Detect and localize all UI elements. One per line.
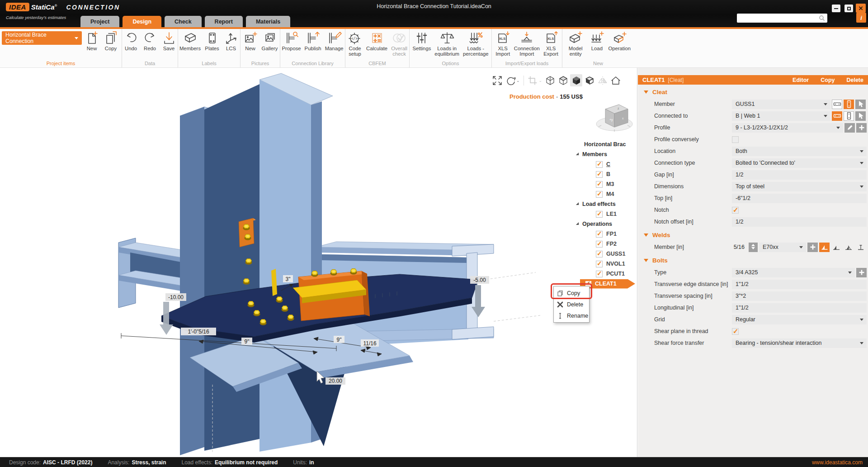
search-input[interactable] xyxy=(737,14,818,22)
tab-design[interactable]: Design xyxy=(123,16,161,27)
solid-view-button[interactable] xyxy=(570,74,582,86)
xls-import-button[interactable]: XLS XLS Import xyxy=(494,30,512,57)
load-button[interactable]: Load xyxy=(588,30,606,51)
editor-button[interactable]: Editor xyxy=(793,77,809,83)
settings-button[interactable]: Settings xyxy=(411,30,433,51)
section-welds[interactable]: Welds xyxy=(638,228,868,241)
operation-button[interactable]: Operation xyxy=(607,30,632,51)
checkbox-unchecked[interactable] xyxy=(732,136,739,143)
checkbox-checked[interactable] xyxy=(596,271,603,277)
context-menu-delete[interactable]: Delete xyxy=(554,299,589,310)
rotate-view-button[interactable] xyxy=(504,74,516,86)
checkbox-checked[interactable] xyxy=(596,161,603,168)
checkbox-checked[interactable] xyxy=(732,207,739,214)
checkbox-checked[interactable] xyxy=(596,171,603,178)
weld-type-bevel-icon[interactable] xyxy=(855,244,866,251)
home-view-button[interactable] xyxy=(609,74,622,86)
weld-size-value[interactable]: 5/16 xyxy=(732,244,747,250)
copy-project-item-button[interactable]: Copy xyxy=(102,30,120,51)
tree-item-m4[interactable]: M4 xyxy=(571,189,638,199)
grid-select[interactable]: Regular xyxy=(732,315,867,324)
gap-input[interactable]: 1/2 xyxy=(732,170,867,180)
transverse-spacing-input[interactable]: 3"*2 xyxy=(732,291,867,301)
section-bolts[interactable]: Bolts xyxy=(638,253,868,267)
connection-type-select[interactable]: Bolted to 'Connected to' xyxy=(732,158,867,168)
tree-item-fp1[interactable]: FP1 xyxy=(571,229,638,239)
calculate-button[interactable]: Calculate xyxy=(365,30,389,51)
gallery-button[interactable]: Gallery xyxy=(260,30,279,51)
tree-item-le1[interactable]: LE1 xyxy=(571,209,638,219)
checkbox-checked[interactable] xyxy=(596,251,603,257)
tree-group-load-effects[interactable]: Load effects xyxy=(571,199,638,209)
checkbox-checked[interactable] xyxy=(596,211,603,218)
manage-button[interactable]: Manage xyxy=(324,30,345,51)
tree-group-members[interactable]: Members xyxy=(571,149,638,159)
add-weld-button[interactable] xyxy=(807,243,818,252)
connection-import-button[interactable]: Connection Import xyxy=(513,30,541,57)
member-pick-button[interactable] xyxy=(855,100,866,109)
checkbox-checked[interactable] xyxy=(596,231,603,238)
checkbox-checked[interactable] xyxy=(596,241,603,248)
overall-check-button[interactable]: Overall check xyxy=(390,30,409,57)
shear-force-transfer-select[interactable]: Bearing - tension/shear interaction xyxy=(732,338,867,348)
add-profile-button[interactable] xyxy=(856,123,867,133)
add-bolt-type-button[interactable] xyxy=(856,268,867,277)
weld-type-fillet-icon[interactable] xyxy=(831,244,842,251)
top-input[interactable]: -6"1/2 xyxy=(732,194,867,203)
bolt-type-select[interactable]: 3/4 A325 xyxy=(732,268,855,277)
propose-button[interactable]: Propose xyxy=(281,30,302,51)
connected-pick-button[interactable] xyxy=(855,111,866,121)
tree-item-guss1[interactable]: GUSS1 xyxy=(571,249,638,259)
profile-select[interactable]: 9 - L3-1/2X3-1/2X1/2 xyxy=(732,123,843,133)
member-horizontal-plate-button[interactable] xyxy=(832,100,842,109)
checkbox-checked[interactable] xyxy=(596,181,603,188)
tree-item-m3[interactable]: M3 xyxy=(571,179,638,189)
tab-project[interactable]: Project xyxy=(80,16,119,27)
dimensions-select[interactable]: Top of steel xyxy=(732,182,867,191)
wireframe-view-button[interactable] xyxy=(544,74,556,86)
checkbox-checked[interactable] xyxy=(732,328,739,335)
weld-size-stepper[interactable] xyxy=(749,243,758,252)
website-link[interactable]: www.ideastatica.com xyxy=(812,459,863,466)
close-button[interactable]: ✕ xyxy=(856,4,866,13)
tree-item-nvol1[interactable]: NVOL1 xyxy=(571,259,638,269)
notch-offset-input[interactable]: 1/2 xyxy=(732,217,867,227)
section-cleat[interactable]: Cleat xyxy=(638,85,868,98)
tab-report[interactable]: Report xyxy=(205,16,243,27)
lcs-button[interactable]: LCS xyxy=(222,30,240,51)
mirror-view-button[interactable] xyxy=(596,74,609,86)
navigation-cube[interactable]: +y x z xyxy=(595,100,634,136)
project-item-selector[interactable]: Horizontal Brace Connection xyxy=(2,31,82,45)
tree-item-c[interactable]: C xyxy=(571,159,638,169)
model-entity-button[interactable]: Model entity xyxy=(564,30,587,57)
undo-button[interactable]: Undo xyxy=(122,30,140,51)
transparent-view-button[interactable] xyxy=(557,74,569,86)
loads-in-equilibrium-button[interactable]: Loads in equilibrium xyxy=(433,30,461,57)
transverse-edge-input[interactable]: 1"1/2 xyxy=(732,280,867,289)
fit-view-button[interactable] xyxy=(491,74,503,86)
search-box[interactable] xyxy=(737,14,827,23)
info-button[interactable]: i xyxy=(856,13,866,23)
connected-vertical-plate-button[interactable] xyxy=(844,111,854,121)
connected-to-select[interactable]: B | Web 1 xyxy=(732,111,830,121)
context-menu-rename[interactable]: Rename xyxy=(554,310,589,321)
chevron-down-icon[interactable]: ⌄ xyxy=(516,78,520,83)
chevron-down-icon[interactable]: ⌄ xyxy=(539,78,542,83)
tab-materials[interactable]: Materials xyxy=(246,16,290,27)
members-labels-button[interactable]: Members xyxy=(178,30,202,51)
fillet-weld-button[interactable] xyxy=(819,243,830,252)
checkbox-checked[interactable] xyxy=(596,261,603,267)
longitudinal-input[interactable]: 1"1/2 xyxy=(732,303,867,313)
maximize-button[interactable] xyxy=(844,5,853,12)
location-select[interactable]: Both xyxy=(732,147,867,156)
member-vertical-plate-button[interactable] xyxy=(844,100,854,109)
context-menu-copy[interactable]: Copy xyxy=(554,287,589,299)
loads-percentage-button[interactable]: Loads - percentage xyxy=(462,30,490,57)
minimize-button[interactable] xyxy=(832,5,840,12)
publish-button[interactable]: Publish xyxy=(303,30,323,51)
tree-group-operations[interactable]: Operations xyxy=(571,219,638,229)
plates-labels-button[interactable]: Plates xyxy=(203,30,221,51)
member-select[interactable]: GUSS1 xyxy=(732,100,830,109)
redo-button[interactable]: Redo xyxy=(141,30,159,51)
clipped-view-button[interactable] xyxy=(583,74,595,86)
